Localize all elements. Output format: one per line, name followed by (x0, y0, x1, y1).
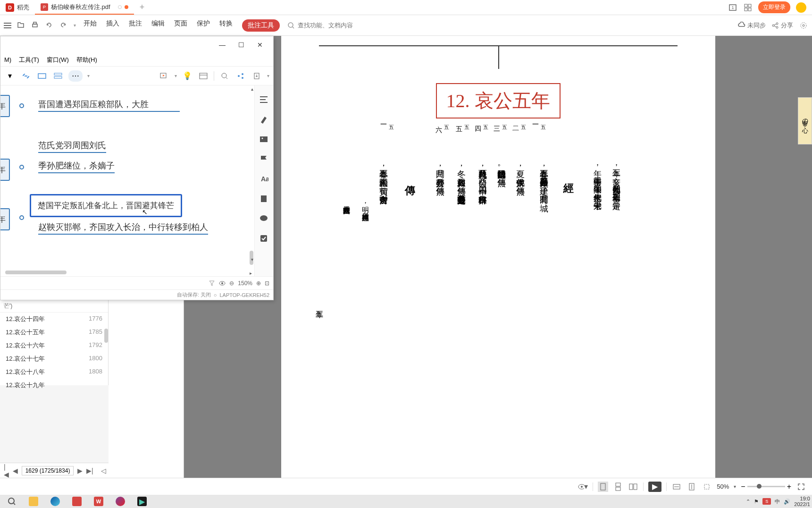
menu-convert[interactable]: 转换 (219, 19, 233, 32)
menu-annotation-tools[interactable]: 批注工具 (242, 19, 280, 32)
app-logo[interactable]: D 稻壳 (0, 3, 35, 12)
view-icon[interactable]: ▾ (578, 482, 588, 492)
layout-icon[interactable]: 1 (728, 3, 737, 12)
outline-item[interactable]: 12.哀公十七年1800 (0, 352, 108, 365)
task-icon[interactable] (259, 234, 269, 244)
comment-icon[interactable] (259, 214, 269, 224)
grid-icon[interactable] (743, 3, 753, 12)
taskbar-app4[interactable]: ▶ (132, 495, 152, 508)
continuous-icon[interactable] (613, 482, 623, 492)
slideshow-button[interactable]: ▶ (648, 482, 661, 492)
menu-m[interactable]: M) (4, 56, 11, 63)
dropdown-icon[interactable]: ▾ (74, 23, 76, 28)
filter-icon[interactable] (209, 280, 215, 287)
zoom-in-button[interactable]: ⊕ (256, 280, 261, 287)
zoom-slider[interactable] (747, 486, 785, 487)
fit-page-icon[interactable] (686, 482, 697, 492)
share-tool-icon[interactable] (235, 70, 246, 82)
login-button[interactable]: 立即登录 (758, 1, 790, 13)
taskbar-search[interactable] (2, 495, 22, 508)
link-icon[interactable] (20, 70, 32, 82)
outline-item[interactable]: 12.哀公十六年1792 (0, 339, 108, 352)
outline-scrollbar[interactable] (104, 329, 108, 343)
tool-icon-1[interactable]: ▾ (4, 70, 16, 82)
more-icon[interactable]: ⋯ (68, 70, 83, 82)
taskbar-explorer[interactable] (24, 495, 43, 508)
close-button[interactable]: ✕ (251, 38, 269, 52)
mm-node-year2[interactable]: 年 (0, 159, 10, 181)
share-button[interactable]: 分享 (771, 21, 793, 30)
add-tab-button[interactable]: + (134, 2, 151, 12)
last-page-button[interactable]: ▶| (86, 467, 93, 474)
side-tab[interactable]: 中の心⊕ (798, 97, 812, 144)
taskbar-app3[interactable] (110, 495, 130, 508)
note-icon[interactable] (259, 194, 269, 204)
first-page-button[interactable]: |◀ (4, 463, 9, 478)
settings-icon[interactable] (799, 21, 808, 30)
menu-annotate[interactable]: 批注 (129, 19, 142, 32)
flag-icon[interactable] (259, 154, 269, 165)
search-input[interactable] (298, 22, 392, 29)
mm-node-year1[interactable]: 年 (0, 95, 10, 117)
taskbar-edge[interactable] (45, 495, 65, 508)
nav-back-button[interactable]: ◁ (101, 467, 106, 474)
tool-icon-4[interactable] (52, 70, 64, 82)
menu-icon[interactable] (4, 23, 11, 28)
menu-page[interactable]: 页面 (174, 19, 187, 32)
scroll-thumb-h[interactable] (5, 271, 67, 274)
taskbar-app1[interactable] (67, 495, 87, 508)
image-icon[interactable] (259, 135, 269, 145)
tray-icon-1[interactable]: ⌃ (746, 499, 750, 505)
export-icon[interactable] (251, 70, 262, 82)
fullscreen-icon[interactable] (796, 482, 806, 492)
taskbar-time[interactable]: 19:0 (794, 496, 810, 501)
layout-tool-icon[interactable] (198, 70, 209, 82)
menu-insert[interactable]: 插入 (106, 19, 119, 32)
play-icon[interactable] (159, 70, 170, 82)
redo-icon[interactable] (59, 21, 68, 30)
outline-item[interactable]: 12.哀公十九年 (0, 379, 108, 392)
page-input[interactable] (22, 466, 74, 475)
avatar-icon[interactable] (796, 2, 806, 13)
font-icon[interactable]: Aa (259, 174, 269, 185)
zoom-fit-button[interactable]: ⊡ (265, 280, 269, 287)
mm-node-year3[interactable]: 年 (0, 208, 10, 230)
tab-pdf[interactable]: P 杨伯峻春秋左传注.pdf (35, 0, 134, 15)
taskbar-date[interactable]: 2022/1 (794, 501, 810, 507)
taskbar-wps[interactable]: W (89, 495, 109, 508)
dropdown-icon-2[interactable]: ▾ (87, 73, 90, 78)
outline-item[interactable]: 12.哀公十八年1808 (0, 365, 108, 379)
mm-text-2[interactable]: 范氏党羽周围刘氏 (38, 140, 106, 153)
scrollbar-vertical[interactable]: ▴ ▾ (249, 85, 254, 276)
bulb-icon[interactable]: 💡 (182, 70, 193, 82)
zoom-out-sb[interactable]: − (741, 483, 745, 491)
tray-volume-icon[interactable]: 🔊 (784, 499, 790, 505)
scrollbar-horizontal[interactable]: ▸ (5, 271, 250, 275)
mm-text-3[interactable]: 季孙肥继位，杀嫡子 (38, 160, 115, 173)
mm-text-1[interactable]: 晋国遭遇郑国压粮部队，大胜 (38, 99, 180, 112)
eye-icon[interactable] (219, 280, 226, 287)
next-page-button[interactable]: ▶ (77, 467, 83, 474)
crop-icon[interactable] (702, 482, 712, 492)
mm-text-5[interactable]: 赵鞅灭邯郸，齐国攻入长治，中行转移到柏人 (38, 221, 208, 235)
tray-keyboard-icon[interactable]: 中 (775, 498, 780, 505)
menu-start[interactable]: 开始 (84, 19, 97, 32)
tray-icon-flag[interactable]: ⚑ (754, 499, 759, 505)
maximize-button[interactable]: ☐ (232, 38, 251, 52)
prev-page-button[interactable]: ◀ (13, 467, 18, 474)
outline-item[interactable]: 12.哀公十四年1776 (0, 313, 108, 326)
ime-icon[interactable]: S (762, 498, 771, 505)
single-page-icon[interactable] (598, 482, 608, 492)
outline-item[interactable]: 12.哀公十五年1785 (0, 326, 108, 339)
menu-protect[interactable]: 保护 (197, 19, 210, 32)
fit-width-icon[interactable] (671, 482, 682, 492)
two-page-icon[interactable] (628, 482, 638, 492)
outline-icon[interactable] (259, 95, 269, 105)
menu-edit[interactable]: 编辑 (151, 19, 165, 32)
menu-window[interactable]: 窗口(W) (47, 56, 69, 64)
tool-icon-3[interactable] (36, 70, 48, 82)
sync-status[interactable]: 未同步 (738, 21, 766, 30)
zoom-icon[interactable] (219, 70, 230, 82)
mindmap-canvas[interactable]: 年 年 年 晋国遭遇郑国压粮部队，大胜 范氏党羽周围刘氏 季孙肥继位，杀嫡子 楚… (0, 85, 273, 276)
brush-icon[interactable] (259, 115, 269, 125)
